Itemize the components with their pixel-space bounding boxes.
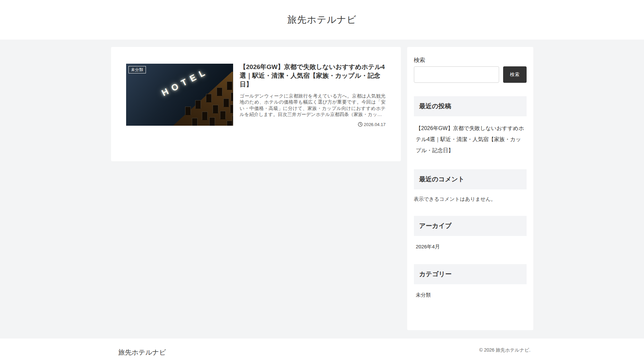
hotel-neon-sign: HOTEL <box>160 66 210 98</box>
list-item: 【2026年GW】京都で失敗しないおすすめホテル4選｜駅近・清潔・人気宿【家族・… <box>414 123 527 156</box>
site-header: 旅先ホテルナビ <box>0 0 644 40</box>
recent-post-link[interactable]: 【2026年GW】京都で失敗しないおすすめホテル4選｜駅近・清潔・人気宿【家族・… <box>416 123 527 156</box>
archive-widget: アーカイブ 2026年4月 <box>414 216 527 251</box>
search-button[interactable]: 検索 <box>503 66 527 83</box>
recent-posts-widget: 最近の投稿 【2026年GW】京都で失敗しないおすすめホテル4選｜駅近・清潔・人… <box>414 96 527 156</box>
category-badge: 未分類 <box>128 66 146 73</box>
recent-comments-widget: 最近のコメント 表示できるコメントはありません。 <box>414 169 527 202</box>
recent-comments-empty-message: 表示できるコメントはありません。 <box>414 196 527 202</box>
categories-heading: カテゴリー <box>414 264 527 284</box>
archive-heading: アーカイブ <box>414 216 527 236</box>
sidebar: 検索 検索 最近の投稿 【2026年GW】京都で失敗しないおすすめホテル4選｜駅… <box>407 47 533 330</box>
entry-date: 2026.04.17 <box>364 122 385 127</box>
search-label: 検索 <box>414 56 527 64</box>
footer-site-name[interactable]: 旅先ホテルナビ <box>118 344 166 357</box>
recent-posts-heading: 最近の投稿 <box>414 96 527 116</box>
entry-title[interactable]: 【2026年GW】京都で失敗しないおすすめホテル4選｜駅近・清潔・人気宿【家族・… <box>240 63 386 89</box>
content-wrapper: HOTEL 未分類 【2026年GW】京都で失敗しないおすすめホテル4選｜駅近・… <box>111 40 533 330</box>
entry-card-inner: HOTEL 未分類 【2026年GW】京都で失敗しないおすすめホテル4選｜駅近・… <box>126 64 386 127</box>
site-title-link[interactable]: 旅先ホテルナビ <box>287 13 357 26</box>
search-input[interactable] <box>414 66 499 83</box>
entry-card[interactable]: HOTEL 未分類 【2026年GW】京都で失敗しないおすすめホテル4選｜駅近・… <box>111 47 401 161</box>
category-link[interactable]: 未分類 <box>416 291 431 299</box>
main-column: HOTEL 未分類 【2026年GW】京都で失敗しないおすすめホテル4選｜駅近・… <box>111 47 401 161</box>
entry-text-block: 【2026年GW】京都で失敗しないおすすめホテル4選｜駅近・清潔・人気宿【家族・… <box>240 64 386 127</box>
archive-link[interactable]: 2026年4月 <box>416 243 440 251</box>
recent-comments-heading: 最近のコメント <box>414 169 527 189</box>
clock-icon <box>358 122 363 127</box>
search-widget: 検索 検索 <box>414 56 527 83</box>
footer-copyright: © 2026 旅先ホテルナビ. <box>479 347 531 353</box>
site-footer: 旅先ホテルナビ © 2026 旅先ホテルナビ. <box>0 339 644 362</box>
entry-thumbnail[interactable]: HOTEL 未分類 <box>126 64 233 126</box>
list-item: 未分類 <box>414 291 527 299</box>
list-item: 2026年4月 <box>414 243 527 251</box>
entry-meta: 2026.04.17 <box>240 122 386 127</box>
entry-excerpt: ゴールデンウィークに京都旅行を考えている方へ。京都は人気観光地のため、ホテルの価… <box>240 93 386 118</box>
categories-widget: カテゴリー 未分類 <box>414 264 527 299</box>
